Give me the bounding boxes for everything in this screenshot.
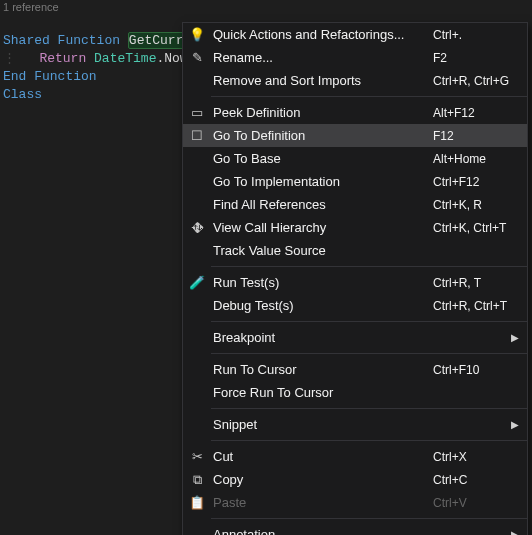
cut-icon: ✂ <box>183 449 211 464</box>
menu-item-view-call-hierarchy[interactable]: ⛖View Call HierarchyCtrl+K, Ctrl+T <box>183 216 527 239</box>
submenu-arrow-icon: ▶ <box>509 332 519 343</box>
menu-item-label: Paste <box>211 495 423 510</box>
run-test-icon: 🧪 <box>183 275 211 290</box>
menu-separator <box>211 518 527 519</box>
menu-item-label: Track Value Source <box>211 243 423 258</box>
menu-item-shortcut: Ctrl+F12 <box>423 175 509 189</box>
menu-separator <box>211 266 527 267</box>
lightbulb-icon: 💡 <box>183 27 211 42</box>
menu-item-remove-and-sort-imports[interactable]: Remove and Sort ImportsCtrl+R, Ctrl+G <box>183 69 527 92</box>
menu-item-shortcut: Ctrl+V <box>423 496 509 510</box>
indent-guide: ⋮ <box>3 51 16 66</box>
menu-item-go-to-implementation[interactable]: Go To ImplementationCtrl+F12 <box>183 170 527 193</box>
menu-item-shortcut: F2 <box>423 51 509 65</box>
menu-item-peek-definition[interactable]: ▭Peek DefinitionAlt+F12 <box>183 101 527 124</box>
menu-item-shortcut: Ctrl+K, R <box>423 198 509 212</box>
submenu-arrow-icon: ▶ <box>509 419 519 430</box>
menu-item-breakpoint[interactable]: Breakpoint▶ <box>183 326 527 349</box>
menu-item-shortcut: Ctrl+C <box>423 473 509 487</box>
menu-item-debug-test-s[interactable]: Debug Test(s)Ctrl+R, Ctrl+T <box>183 294 527 317</box>
menu-item-label: Remove and Sort Imports <box>211 73 423 88</box>
menu-separator <box>211 408 527 409</box>
copy-icon: ⧉ <box>183 472 211 488</box>
menu-item-paste: 📋PasteCtrl+V <box>183 491 527 514</box>
menu-item-label: Snippet <box>211 417 423 432</box>
menu-separator <box>211 353 527 354</box>
menu-item-go-to-base[interactable]: Go To BaseAlt+Home <box>183 147 527 170</box>
menu-item-label: Quick Actions and Refactorings... <box>211 27 423 42</box>
hierarchy-icon: ⛖ <box>183 220 211 235</box>
menu-item-label: Debug Test(s) <box>211 298 423 313</box>
menu-item-label: Go To Implementation <box>211 174 423 189</box>
menu-item-run-test-s[interactable]: 🧪Run Test(s)Ctrl+R, T <box>183 271 527 294</box>
peek-icon: ▭ <box>183 105 211 120</box>
menu-item-shortcut: Ctrl+X <box>423 450 509 464</box>
menu-item-shortcut: Ctrl+R, Ctrl+T <box>423 299 509 313</box>
menu-item-copy[interactable]: ⧉CopyCtrl+C <box>183 468 527 491</box>
type-datetime: DateTime <box>94 51 156 66</box>
keyword-shared-function: Shared Function <box>3 33 120 48</box>
menu-item-shortcut: F12 <box>423 129 509 143</box>
menu-item-shortcut: Ctrl+K, Ctrl+T <box>423 221 509 235</box>
menu-item-label: Annotation <box>211 527 423 535</box>
menu-item-shortcut: Ctrl+. <box>423 28 509 42</box>
menu-item-label: Cut <box>211 449 423 464</box>
menu-item-label: Go To Definition <box>211 128 423 143</box>
menu-item-go-to-definition[interactable]: ☐Go To DefinitionF12 <box>183 124 527 147</box>
menu-item-label: Force Run To Cursor <box>211 385 423 400</box>
menu-item-annotation[interactable]: Annotation▶ <box>183 523 527 535</box>
keyword-return: Return <box>39 51 86 66</box>
codelens-reference[interactable]: 1 reference <box>0 0 532 14</box>
menu-item-label: Run To Cursor <box>211 362 423 377</box>
menu-item-snippet[interactable]: Snippet▶ <box>183 413 527 436</box>
menu-item-cut[interactable]: ✂CutCtrl+X <box>183 445 527 468</box>
menu-item-shortcut: Ctrl+F10 <box>423 363 509 377</box>
menu-separator <box>211 440 527 441</box>
menu-item-force-run-to-cursor[interactable]: Force Run To Cursor <box>183 381 527 404</box>
submenu-arrow-icon: ▶ <box>509 529 519 535</box>
menu-item-rename[interactable]: ✎Rename...F2 <box>183 46 527 69</box>
menu-item-shortcut: Alt+F12 <box>423 106 509 120</box>
context-menu: 💡Quick Actions and Refactorings...Ctrl+.… <box>182 22 528 535</box>
menu-item-find-all-references[interactable]: Find All ReferencesCtrl+K, R <box>183 193 527 216</box>
paste-icon: 📋 <box>183 495 211 510</box>
menu-separator <box>211 321 527 322</box>
menu-item-label: View Call Hierarchy <box>211 220 423 235</box>
menu-separator <box>211 96 527 97</box>
menu-item-label: Copy <box>211 472 423 487</box>
menu-item-run-to-cursor[interactable]: Run To CursorCtrl+F10 <box>183 358 527 381</box>
menu-item-label: Rename... <box>211 50 423 65</box>
menu-item-label: Find All References <box>211 197 423 212</box>
menu-item-track-value-source[interactable]: Track Value Source <box>183 239 527 262</box>
keyword-class: Class <box>3 87 42 102</box>
menu-item-shortcut: Ctrl+R, T <box>423 276 509 290</box>
menu-item-label: Run Test(s) <box>211 275 423 290</box>
menu-item-shortcut: Alt+Home <box>423 152 509 166</box>
menu-item-label: Peek Definition <box>211 105 423 120</box>
goto-icon: ☐ <box>183 128 211 143</box>
menu-item-shortcut: Ctrl+R, Ctrl+G <box>423 74 509 88</box>
menu-item-label: Go To Base <box>211 151 423 166</box>
keyword-end-function: End Function <box>3 69 97 84</box>
menu-item-quick-actions-and-refactorings[interactable]: 💡Quick Actions and Refactorings...Ctrl+. <box>183 23 527 46</box>
menu-item-label: Breakpoint <box>211 330 423 345</box>
rename-icon: ✎ <box>183 50 211 65</box>
